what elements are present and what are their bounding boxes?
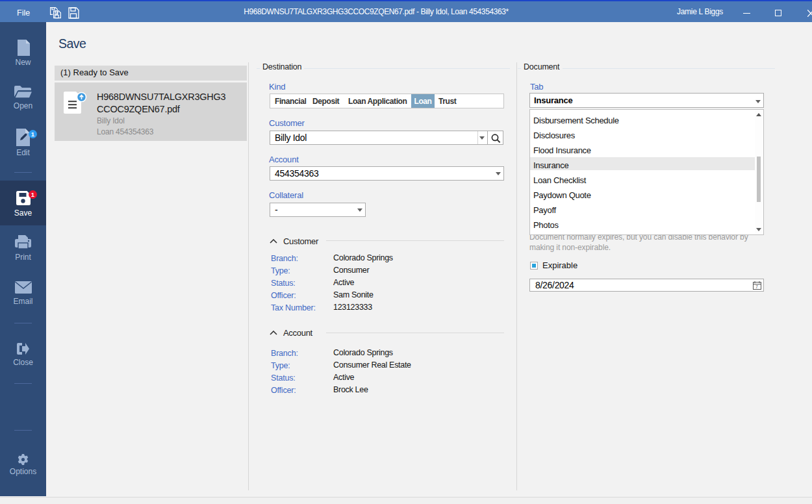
svg-text:7: 7 <box>755 284 758 289</box>
